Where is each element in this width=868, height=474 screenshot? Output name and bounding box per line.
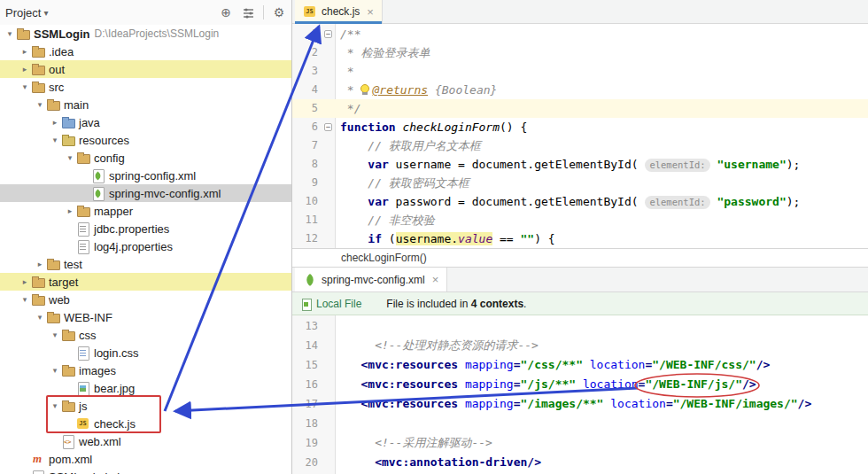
toolbar-divider bbox=[263, 5, 264, 19]
code-line-7[interactable]: 7 // 获取用户名文本框 bbox=[292, 136, 868, 155]
chevron-expanded-icon[interactable]: ▾ bbox=[34, 100, 46, 109]
code-token: <!--采用注解驱动--> bbox=[375, 436, 492, 449]
local-file-icon bbox=[301, 298, 312, 310]
code-line-6[interactable]: 6−function checkLoginForm() { bbox=[292, 118, 868, 136]
tree-item-web[interactable]: ▾web bbox=[0, 291, 291, 308]
breadcrumb-item[interactable]: checkLoginForm() bbox=[341, 252, 427, 264]
fold-marker-icon[interactable]: − bbox=[322, 25, 335, 43]
code-line-15[interactable]: 15 <mvc:resources mapping="/css/**" loca… bbox=[292, 355, 868, 375]
tree-item-js[interactable]: ▾js bbox=[0, 397, 291, 415]
close-tab-icon[interactable]: × bbox=[432, 273, 439, 286]
tab-check-js[interactable]: check.js × bbox=[295, 0, 383, 23]
tree-item-mapper[interactable]: ▸mapper bbox=[0, 202, 291, 220]
tree-item-label: check.js bbox=[94, 417, 136, 431]
locate-file-icon[interactable]: ⊕ bbox=[219, 5, 233, 19]
intention-bulb-icon[interactable] bbox=[360, 84, 370, 96]
chevron-expanded-icon[interactable]: ▾ bbox=[49, 401, 61, 410]
tree-item-images[interactable]: ▾images bbox=[0, 361, 291, 379]
chevron-collapsed-icon[interactable]: ▸ bbox=[34, 260, 46, 268]
code-line-12[interactable]: 12 if (username.value == "") { bbox=[292, 229, 868, 248]
chevron-expanded-icon[interactable]: ▾ bbox=[49, 366, 61, 375]
tree-item-label: web bbox=[49, 293, 70, 307]
project-panel: Project ▾ ⊕ ⚙ ▾SSMLoginD:\IdeaProjects\S… bbox=[0, 0, 292, 474]
chevron-expanded-icon[interactable]: ▾ bbox=[19, 295, 31, 304]
chevron-collapsed-icon[interactable]: ▸ bbox=[49, 118, 61, 127]
tree-item-ssmlogin-iml[interactable]: SSMLogin.iml bbox=[0, 468, 291, 474]
chevron-collapsed-icon[interactable]: ▸ bbox=[64, 206, 76, 215]
top-code-lines[interactable]: 1−/**2 * 检验登录表单3 *4 * @returns {Boolean}… bbox=[292, 24, 868, 248]
tree-item-check-js[interactable]: check.js bbox=[0, 415, 291, 432]
tree-item-web-xml[interactable]: web.xml bbox=[0, 432, 291, 450]
tree-item-pom-xml[interactable]: pom.xml bbox=[0, 450, 291, 468]
code-line-14[interactable]: 14 <!--处理对静态资源的请求--> bbox=[292, 336, 868, 355]
code-line-19[interactable]: 19 <!--采用注解驱动--> bbox=[292, 433, 868, 453]
tree-item-log4j-properties[interactable]: log4j.properties bbox=[0, 237, 291, 255]
chevron-collapsed-icon[interactable]: ▸ bbox=[19, 277, 31, 286]
tree-item-label: mapper bbox=[94, 205, 133, 218]
code-line-9[interactable]: 9 // 获取密码文本框 bbox=[292, 174, 868, 192]
tree-item-web-inf[interactable]: ▾WEB-INF bbox=[0, 308, 291, 326]
banner-contexts-count[interactable]: 4 contexts bbox=[471, 298, 523, 310]
tree-item-login-css[interactable]: login.css bbox=[0, 344, 291, 361]
editor-area: check.js × 1−/**2 * 检验登录表单3 *4 * @return… bbox=[292, 0, 868, 474]
bottom-code-lines[interactable]: 1314 <!--处理对静态资源的请求-->15 <mvc:resources … bbox=[292, 315, 868, 474]
tree-item-label: src bbox=[49, 81, 64, 94]
code-line-16[interactable]: 16 <mvc:resources mapping="/js/**" locat… bbox=[292, 375, 868, 394]
tree-item-main[interactable]: ▾main bbox=[0, 96, 291, 113]
code-line-10[interactable]: 10 var password = document.getElementByI… bbox=[292, 192, 868, 211]
folder-icon bbox=[31, 275, 45, 289]
tree-item-css[interactable]: ▾css bbox=[0, 326, 291, 344]
code-line-8[interactable]: 8 var username = document.getElementById… bbox=[292, 155, 868, 174]
tree-item-spring-mvc-config-xml[interactable]: spring-mvc-config.xml bbox=[0, 184, 291, 202]
chevron-expanded-icon[interactable]: ▾ bbox=[4, 29, 16, 38]
chevron-expanded-icon[interactable]: ▾ bbox=[49, 136, 61, 144]
chevron-down-icon[interactable]: ▾ bbox=[43, 8, 48, 18]
tree-item-label: web.xml bbox=[79, 435, 121, 448]
chevron-expanded-icon[interactable]: ▾ bbox=[49, 330, 61, 339]
tree-item-path: D:\IdeaProjects\SSMLogin bbox=[95, 27, 220, 40]
banner-scope-label: Local File bbox=[316, 298, 361, 310]
chevron-expanded-icon[interactable]: ▾ bbox=[34, 313, 46, 322]
view-options-icon[interactable] bbox=[241, 5, 255, 19]
fold-marker-icon[interactable]: − bbox=[322, 118, 335, 136]
tree-item-bear-jpg[interactable]: bear.jpg bbox=[0, 379, 291, 397]
folder-icon bbox=[31, 80, 45, 94]
code-line-17[interactable]: 17 <mvc:resources mapping="/images/**" l… bbox=[292, 394, 868, 414]
code-token: "/WEB-INF/css/" bbox=[652, 358, 756, 371]
tree-item-jdbc-properties[interactable]: jdbc.properties bbox=[0, 220, 291, 237]
tree-item-spring-config-xml[interactable]: spring-config.xml bbox=[0, 167, 291, 184]
tree-item-out[interactable]: ▸out bbox=[0, 60, 291, 78]
code-token: var bbox=[368, 158, 388, 171]
chevron-collapsed-icon[interactable]: ▸ bbox=[19, 65, 31, 74]
tree-item-test[interactable]: ▸test bbox=[0, 255, 291, 273]
tree-item-target[interactable]: ▸target bbox=[0, 273, 291, 291]
tree-item-idea[interactable]: ▸.idea bbox=[0, 43, 291, 60]
code-line-13[interactable]: 13 bbox=[292, 316, 868, 336]
code-line-5[interactable]: 5 */ bbox=[292, 99, 868, 118]
code-line-4[interactable]: 4 * @returns {Boolean} bbox=[292, 81, 868, 99]
chevron-expanded-icon[interactable]: ▾ bbox=[64, 153, 76, 162]
tree-item-ssmlogin[interactable]: ▾SSMLoginD:\IdeaProjects\SSMLogin bbox=[0, 25, 291, 43]
code-line-20[interactable]: 20 <mvc:annotation-driven/> bbox=[292, 453, 868, 472]
close-tab-icon[interactable]: × bbox=[367, 5, 374, 19]
chevron-collapsed-icon[interactable]: ▸ bbox=[19, 47, 31, 56]
code-line-1[interactable]: 1−/** bbox=[292, 25, 868, 43]
code-token bbox=[340, 455, 375, 469]
chevron-expanded-icon[interactable]: ▾ bbox=[19, 82, 31, 91]
fold-gutter bbox=[322, 375, 335, 394]
tree-item-java[interactable]: ▸java bbox=[0, 113, 291, 131]
fold-gutter bbox=[322, 229, 335, 248]
banner-scope[interactable]: Local File bbox=[301, 298, 361, 310]
tree-item-src[interactable]: ▾src bbox=[0, 78, 291, 96]
tree-item-config[interactable]: ▾config bbox=[0, 149, 291, 167]
project-panel-title[interactable]: Project bbox=[5, 6, 41, 19]
code-line-3[interactable]: 3 * bbox=[292, 62, 868, 81]
tab-spring-mvc-config-xml[interactable]: spring-mvc-config.xml × bbox=[295, 268, 447, 291]
code-line-18[interactable]: 18 bbox=[292, 414, 868, 433]
line-number: 17 bbox=[292, 394, 322, 414]
gear-icon[interactable]: ⚙ bbox=[272, 5, 286, 19]
tree-item-resources[interactable]: ▾resources bbox=[0, 131, 291, 149]
code-line-2[interactable]: 2 * 检验登录表单 bbox=[292, 43, 868, 62]
code-token: mapping bbox=[465, 358, 514, 371]
code-line-11[interactable]: 11 // 非空校验 bbox=[292, 211, 868, 229]
